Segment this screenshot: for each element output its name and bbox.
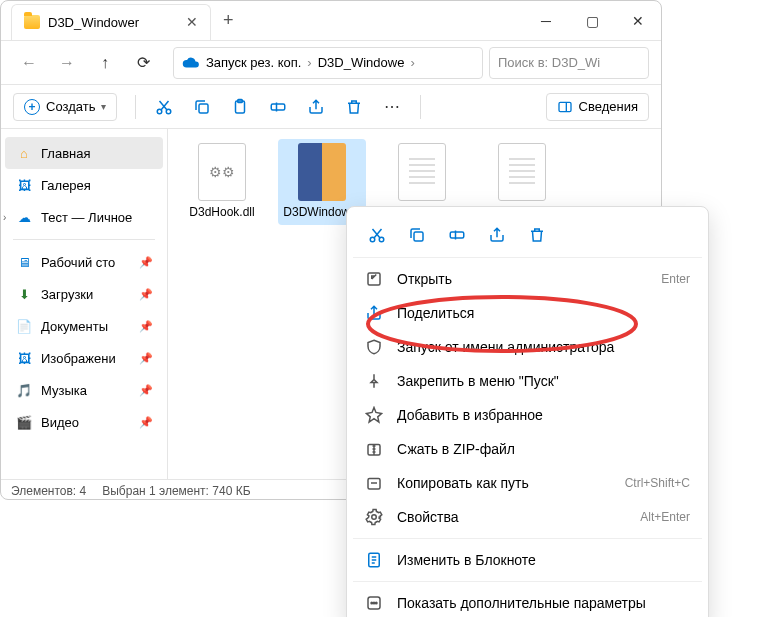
breadcrumb[interactable]: Запуск рез. коп. › D3D_Windowe › <box>173 47 483 79</box>
divider <box>420 95 421 119</box>
forward-button[interactable]: → <box>51 47 83 79</box>
divider <box>353 581 702 582</box>
open-icon <box>365 270 383 288</box>
rename-button[interactable] <box>441 219 473 251</box>
file-item-txt[interactable] <box>378 139 466 209</box>
back-button[interactable]: ← <box>13 47 45 79</box>
folder-icon <box>24 15 40 29</box>
pin-icon: 📌 <box>139 416 153 429</box>
file-item-dll[interactable]: D3dHook.dll <box>178 139 266 225</box>
pin-icon <box>365 372 383 390</box>
cut-icon[interactable] <box>154 97 174 117</box>
menu-pin-start[interactable]: Закрепить в меню "Пуск" <box>353 364 702 398</box>
txt-file-icon <box>498 143 546 201</box>
search-input[interactable]: Поиск в: D3D_Wi <box>489 47 649 79</box>
details-button[interactable]: Сведения <box>546 93 649 121</box>
close-window-button[interactable]: ✕ <box>615 1 661 41</box>
documents-icon: 📄 <box>15 317 33 335</box>
sidebar-label: Тест — Личное <box>41 210 132 225</box>
menu-share[interactable]: Поделиться <box>353 296 702 330</box>
refresh-button[interactable]: ⟳ <box>127 47 159 79</box>
create-button[interactable]: + Создать ▾ <box>13 93 117 121</box>
zip-icon <box>365 440 383 458</box>
status-selection: Выбран 1 элемент: 740 КБ <box>102 484 250 498</box>
svg-rect-6 <box>559 102 571 111</box>
up-button[interactable]: ↑ <box>89 47 121 79</box>
txt-file-icon <box>398 143 446 201</box>
menu-label: Добавить в избранное <box>397 407 690 423</box>
pictures-icon: 🖼 <box>15 349 33 367</box>
menu-more-options[interactable]: Показать дополнительные параметры <box>353 586 702 617</box>
sidebar: ⌂ Главная 🖼 Галерея › ☁ Тест — Личное 🖥 … <box>1 129 168 479</box>
sidebar-personal[interactable]: › ☁ Тест — Личное <box>5 201 163 233</box>
videos-icon: 🎬 <box>15 413 33 431</box>
menu-label: Запуск от имени администратора <box>397 339 690 355</box>
chevron-right-icon[interactable]: › <box>3 212 6 223</box>
new-tab-button[interactable]: + <box>223 10 234 31</box>
sidebar-gallery[interactable]: 🖼 Галерея <box>5 169 163 201</box>
menu-label: Изменить в Блокноте <box>397 552 690 568</box>
home-icon: ⌂ <box>15 144 33 162</box>
svg-point-14 <box>372 515 377 520</box>
pin-icon: 📌 <box>139 288 153 301</box>
svg-rect-2 <box>199 104 208 113</box>
maximize-button[interactable]: ▢ <box>569 1 615 41</box>
menu-zip[interactable]: Сжать в ZIP-файл <box>353 432 702 466</box>
menu-copy-path[interactable]: Копировать как путь Ctrl+Shift+C <box>353 466 702 500</box>
minimize-button[interactable]: ─ <box>523 1 569 41</box>
chevron-right-icon: › <box>410 55 414 70</box>
menu-label: Поделиться <box>397 305 690 321</box>
rename-icon[interactable] <box>268 97 288 117</box>
menu-properties[interactable]: Свойства Alt+Enter <box>353 500 702 534</box>
breadcrumb-item[interactable]: Запуск рез. коп. <box>206 55 301 70</box>
sidebar-videos[interactable]: 🎬 Видео 📌 <box>5 406 163 438</box>
sidebar-desktop[interactable]: 🖥 Рабочий сто 📌 <box>5 246 163 278</box>
menu-open[interactable]: Открыть Enter <box>353 262 702 296</box>
menu-run-admin[interactable]: Запуск от имени администратора <box>353 330 702 364</box>
sidebar-music[interactable]: 🎵 Музыка 📌 <box>5 374 163 406</box>
svg-rect-11 <box>368 273 380 285</box>
shield-icon <box>365 338 383 356</box>
sidebar-label: Документы <box>41 319 108 334</box>
breadcrumb-item[interactable]: D3D_Windowe <box>318 55 405 70</box>
sidebar-documents[interactable]: 📄 Документы 📌 <box>5 310 163 342</box>
cut-button[interactable] <box>361 219 393 251</box>
pin-icon: 📌 <box>139 384 153 397</box>
menu-edit-notepad[interactable]: Изменить в Блокноте <box>353 543 702 577</box>
create-label: Создать <box>46 99 95 114</box>
paste-icon[interactable] <box>230 97 250 117</box>
status-count: Элементов: 4 <box>11 484 86 498</box>
menu-label: Свойства <box>397 509 626 525</box>
sidebar-label: Видео <box>41 415 79 430</box>
share-icon <box>365 304 383 322</box>
divider <box>135 95 136 119</box>
desktop-icon: 🖥 <box>15 253 33 271</box>
file-name: D3dHook.dll <box>182 205 262 221</box>
sidebar-pictures[interactable]: 🖼 Изображени 📌 <box>5 342 163 374</box>
sidebar-label: Рабочий сто <box>41 255 115 270</box>
sidebar-downloads[interactable]: ⬇ Загрузки 📌 <box>5 278 163 310</box>
sidebar-home[interactable]: ⌂ Главная <box>5 137 163 169</box>
copy-icon[interactable] <box>192 97 212 117</box>
onedrive-icon <box>182 54 200 72</box>
exe-file-icon <box>298 143 346 201</box>
copy-button[interactable] <box>401 219 433 251</box>
delete-icon[interactable] <box>344 97 364 117</box>
pin-icon: 📌 <box>139 352 153 365</box>
close-tab-icon[interactable]: ✕ <box>186 14 198 30</box>
properties-icon <box>365 508 383 526</box>
share-button[interactable] <box>481 219 513 251</box>
more-options-icon <box>365 594 383 612</box>
toolbar: + Создать ▾ ⋯ Сведения <box>1 85 661 129</box>
more-icon[interactable]: ⋯ <box>382 97 402 117</box>
titlebar: D3D_Windower ✕ + ─ ▢ ✕ <box>1 1 661 41</box>
delete-button[interactable] <box>521 219 553 251</box>
menu-label: Копировать как путь <box>397 475 611 491</box>
tab[interactable]: D3D_Windower ✕ <box>11 4 211 40</box>
menu-shortcut: Ctrl+Shift+C <box>625 476 690 490</box>
sidebar-label: Изображени <box>41 351 116 366</box>
menu-favorite[interactable]: Добавить в избранное <box>353 398 702 432</box>
star-icon <box>365 406 383 424</box>
share-icon[interactable] <box>306 97 326 117</box>
file-item-txt[interactable] <box>478 139 566 209</box>
